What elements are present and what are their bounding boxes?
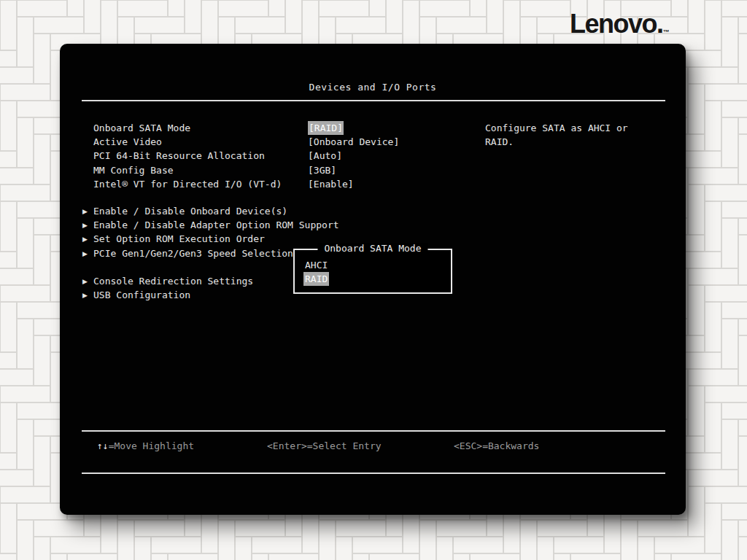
title-divider <box>82 100 665 101</box>
setting-value: [Enable] <box>308 177 354 191</box>
onboard-sata-mode-popup: Onboard SATA Mode AHCI RAID <box>293 249 452 294</box>
submenu-arrow-icon: ▶ <box>82 233 93 246</box>
submenu-item-option-rom-execution-order[interactable]: ▶Set Option ROM Execution Order <box>82 232 491 246</box>
setting-label: PCI 64-Bit Resource Allocation <box>93 149 265 163</box>
hint-backwards: <ESC>=Backwards <box>454 440 539 451</box>
submenu-arrow-icon: ▶ <box>82 247 93 261</box>
setting-row-active-video[interactable]: Active Video [Onboard Device] <box>93 135 502 149</box>
setting-row-mm-config-base[interactable]: MM Config Base [3GB] <box>93 163 502 177</box>
hint-action: =Move Highlight <box>109 440 194 451</box>
submenu-arrow-icon: ▶ <box>82 205 93 219</box>
submenu-label: Console Redirection Settings <box>93 276 253 287</box>
submenu-label: Enable / Disable Adapter Option ROM Supp… <box>93 219 339 230</box>
settings-list: Onboard SATA Mode [RAID] Active Video [O… <box>93 121 502 191</box>
submenu-label: PCIe Gen1/Gen2/Gen3 Speed Selection <box>93 248 293 259</box>
lenovo-logo: Lenovo.™ <box>570 9 670 39</box>
popup-option-label: AHCI <box>303 258 329 272</box>
submenu-item-adapter-option-rom[interactable]: ▶Enable / Disable Adapter Option ROM Sup… <box>82 218 491 232</box>
setting-label: Active Video <box>93 135 162 149</box>
footer-divider-bottom <box>82 472 665 474</box>
hint-action: =Backwards <box>482 440 539 451</box>
key-hints-bar: ↑↓=Move Highlight <Enter>=Select Entry <… <box>60 440 686 454</box>
footer-divider-top <box>82 430 665 432</box>
lenovo-logo-text: Lenovo. <box>570 9 663 39</box>
enter-key-label: <Enter> <box>267 440 307 451</box>
hint-move-highlight: ↑↓=Move Highlight <box>97 440 194 451</box>
popup-title: Onboard SATA Mode <box>317 243 427 254</box>
setting-label: Intel® VT for Directed I/O (VT-d) <box>93 177 282 191</box>
setting-value-highlighted: [RAID] <box>308 121 344 135</box>
submenu-label: USB Configuration <box>93 289 190 300</box>
popup-option-label-selected: RAID <box>303 272 329 286</box>
submenu-label: Set Option ROM Execution Order <box>93 233 265 244</box>
popup-options: AHCI RAID <box>295 250 451 286</box>
setting-label: Onboard SATA Mode <box>93 121 190 135</box>
popup-option-raid[interactable]: RAID <box>303 272 451 286</box>
setting-row-intel-vt-d[interactable]: Intel® VT for Directed I/O (VT-d) [Enabl… <box>93 177 502 191</box>
trademark-symbol: ™ <box>663 28 670 36</box>
arrow-keys-icon: ↑↓ <box>97 440 109 451</box>
setting-label: MM Config Base <box>93 163 174 177</box>
hint-action: =Select Entry <box>307 440 382 451</box>
setting-value: [Auto] <box>308 149 342 163</box>
submenu-label: Enable / Disable Onboard Device(s) <box>93 206 287 217</box>
setting-value: [3GB] <box>308 163 336 177</box>
bios-window: Devices and I/O Ports Onboard SATA Mode … <box>60 44 686 515</box>
submenu-arrow-icon: ▶ <box>82 289 93 303</box>
submenu-arrow-icon: ▶ <box>82 219 93 233</box>
submenu-item-onboard-devices[interactable]: ▶Enable / Disable Onboard Device(s) <box>82 204 491 218</box>
esc-key-label: <ESC> <box>454 440 482 451</box>
help-text: Configure SATA as AHCI or RAID. <box>485 121 667 149</box>
page-title: Devices and I/O Ports <box>60 82 686 93</box>
setting-value: [Onboard Device] <box>308 135 399 149</box>
submenu-arrow-icon: ▶ <box>82 275 93 289</box>
setting-row-pci-64bit-resource-allocation[interactable]: PCI 64-Bit Resource Allocation [Auto] <box>93 149 502 163</box>
hint-select-entry: <Enter>=Select Entry <box>267 440 382 451</box>
popup-option-ahci[interactable]: AHCI <box>303 258 451 272</box>
setting-row-onboard-sata-mode[interactable]: Onboard SATA Mode [RAID] <box>93 121 502 135</box>
